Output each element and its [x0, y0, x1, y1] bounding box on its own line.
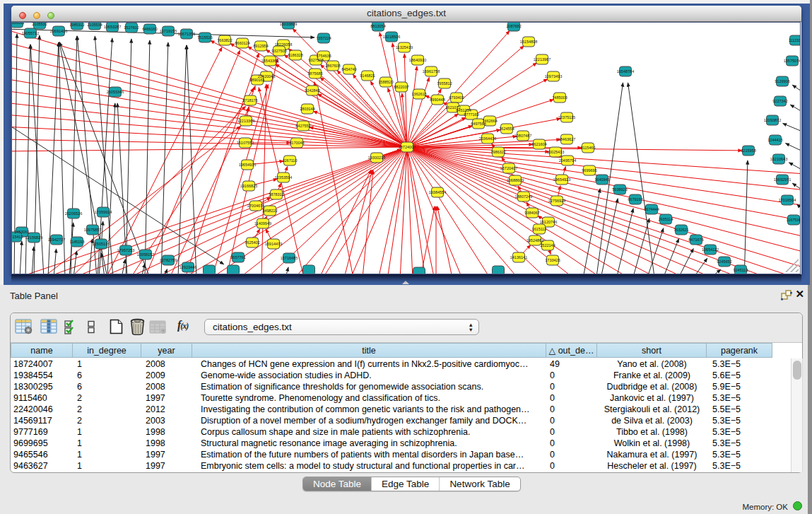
svg-text:8530511: 8530511	[12, 23, 25, 25]
svg-text:19654935: 19654935	[239, 163, 256, 167]
svg-text:1112334: 1112334	[789, 38, 800, 42]
svg-text:3215958: 3215958	[741, 148, 755, 153]
svg-text:3875685: 3875685	[307, 71, 322, 76]
svg-text:1167534: 1167534	[786, 218, 800, 222]
svg-text:18226058: 18226058	[275, 42, 292, 47]
svg-text:8990448: 8990448	[430, 98, 445, 102]
svg-text:2105534: 2105534	[87, 23, 102, 27]
svg-text:16914479: 16914479	[265, 242, 282, 246]
svg-text:6679197: 6679197	[628, 197, 642, 201]
svg-text:1733426: 1733426	[545, 258, 560, 262]
svg-text:8427552: 8427552	[295, 124, 310, 128]
svg-text:18640910: 18640910	[409, 58, 426, 62]
svg-text:15716485: 15716485	[281, 256, 298, 260]
svg-text:10807487: 10807487	[514, 134, 531, 138]
svg-text:7462664: 7462664	[482, 119, 497, 123]
svg-text:9242848: 9242848	[305, 88, 319, 93]
svg-text:2522144: 2522144	[540, 243, 555, 247]
svg-text:15720407: 15720407	[500, 166, 517, 170]
svg-text:18724007: 18724007	[399, 145, 416, 149]
svg-text:11325419: 11325419	[396, 45, 413, 49]
svg-text:8186328: 8186328	[288, 53, 302, 57]
svg-text:16543362: 16543362	[261, 59, 278, 63]
svg-text:1985312: 1985312	[69, 23, 84, 27]
svg-text:10654112: 10654112	[702, 247, 719, 252]
svg-text:2935114: 2935114	[658, 217, 673, 221]
svg-text:1145193: 1145193	[69, 240, 84, 244]
svg-text:3624554: 3624554	[499, 127, 514, 131]
svg-text:16120746: 16120746	[540, 220, 557, 224]
svg-text:12756928: 12756928	[548, 199, 565, 203]
svg-text:15692971: 15692971	[774, 177, 791, 182]
svg-text:20691406: 20691406	[50, 29, 67, 33]
svg-text:7485003: 7485003	[552, 95, 567, 100]
svg-text:10975857: 10975857	[84, 228, 101, 232]
svg-text:5878312: 5878312	[269, 192, 283, 197]
svg-text:1527602: 1527602	[124, 25, 139, 30]
svg-text:9146821: 9146821	[360, 74, 375, 78]
svg-text:9245113: 9245113	[733, 268, 748, 272]
svg-text:12213369: 12213369	[237, 119, 254, 123]
svg-text:12923446: 12923446	[180, 265, 196, 269]
svg-text:1498222: 1498222	[262, 209, 277, 213]
svg-text:2718176: 2718176	[242, 98, 257, 103]
svg-text:16210643: 16210643	[770, 157, 787, 161]
svg-text:2867608: 2867608	[325, 64, 340, 68]
svg-text:12213967: 12213967	[534, 57, 551, 62]
svg-text:9657791: 9657791	[230, 255, 245, 259]
svg-text:11409949: 11409949	[254, 221, 271, 226]
svg-text:1453061: 1453061	[14, 230, 29, 234]
svg-text:17004676: 17004676	[247, 204, 264, 208]
svg-text:9777169: 9777169	[464, 112, 478, 117]
svg-text:10025433: 10025433	[547, 150, 564, 154]
svg-text:9890161: 9890161	[249, 78, 264, 82]
svg-text:7663822: 7663822	[217, 38, 232, 42]
svg-text:9129906: 9129906	[775, 79, 789, 83]
svg-text:9115460: 9115460	[580, 146, 595, 150]
svg-text:8822037: 8822037	[394, 85, 408, 89]
svg-text:17359924: 17359924	[95, 210, 112, 214]
svg-text:3267110: 3267110	[282, 158, 297, 163]
svg-text:1244415: 1244415	[767, 138, 782, 142]
svg-text:19524861: 19524861	[526, 238, 543, 243]
svg-text:1754636: 1754636	[316, 54, 331, 58]
svg-text:5938923: 5938923	[612, 187, 627, 192]
svg-text:16671355: 16671355	[178, 32, 195, 36]
svg-text:12505135: 12505135	[93, 242, 110, 246]
svg-text:8813054: 8813054	[370, 24, 385, 28]
svg-text:13575074: 13575074	[784, 59, 800, 63]
svg-text:7986322: 7986322	[490, 150, 505, 154]
svg-text:8471676: 8471676	[688, 238, 703, 242]
svg-text:9674444: 9674444	[644, 207, 659, 211]
svg-text:19384554: 19384554	[429, 190, 446, 194]
svg-text:9621604: 9621604	[531, 142, 546, 146]
svg-text:10782759: 10782759	[160, 258, 177, 262]
svg-text:26053346: 26053346	[107, 90, 124, 94]
svg-text:8660124: 8660124	[235, 41, 249, 45]
svg-text:10973493: 10973493	[545, 74, 562, 78]
svg-text:8454749: 8454749	[341, 67, 356, 71]
svg-text:2087682: 2087682	[506, 24, 521, 28]
svg-text:12375115: 12375115	[558, 115, 575, 119]
svg-text:8912954: 8912954	[253, 44, 268, 48]
svg-text:20495794: 20495794	[559, 158, 576, 163]
svg-text:12156829: 12156829	[25, 235, 42, 240]
svg-text:7357224: 7357224	[316, 36, 331, 40]
svg-text:2803144: 2803144	[300, 107, 314, 111]
svg-text:7955812: 7955812	[437, 81, 452, 86]
svg-text:19166825: 19166825	[240, 184, 257, 188]
svg-text:3915412: 3915412	[12, 235, 23, 239]
svg-text:6793402: 6793402	[449, 95, 464, 100]
svg-text:10688609: 10688609	[507, 178, 524, 182]
svg-text:12942737: 12942737	[48, 238, 65, 242]
svg-text:1588520: 1588520	[378, 80, 393, 84]
svg-text:9245652: 9245652	[717, 259, 731, 264]
svg-text:16033809: 16033809	[280, 23, 297, 26]
svg-text:10958157: 10958157	[137, 252, 154, 257]
svg-text:9699695: 9699695	[582, 168, 596, 173]
svg-text:20364436: 20364436	[479, 136, 496, 141]
svg-text:1640945: 1640945	[594, 177, 609, 182]
svg-text:19300215: 19300215	[368, 156, 385, 160]
svg-text:18807249: 18807249	[515, 194, 532, 199]
svg-text:14136141: 14136141	[510, 255, 527, 259]
